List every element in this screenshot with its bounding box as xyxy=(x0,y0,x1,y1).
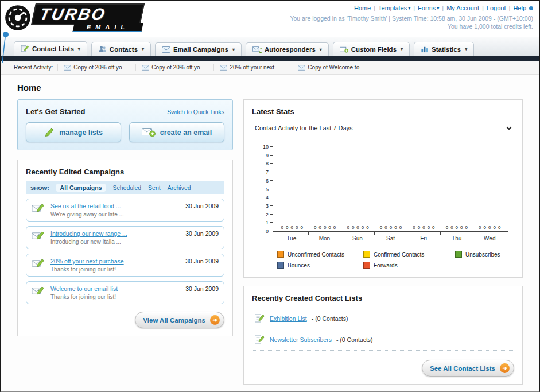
latest-stats-panel: Latest Stats Contact Activity for the La… xyxy=(243,99,523,278)
chart-value-label: 0 xyxy=(380,226,382,230)
link-separator: | xyxy=(374,5,375,11)
nav-tab-contacts[interactable]: Contacts ▾ xyxy=(91,42,151,56)
page-title: Home xyxy=(17,83,523,92)
chart-value-label: 0 xyxy=(432,226,434,230)
nav-tab-label: Email Campaigns xyxy=(173,46,228,53)
y-axis-label: 9 xyxy=(258,153,269,158)
recent-activity-item[interactable]: Copy of 20% off yo xyxy=(57,64,135,71)
y-axis-label: 6 xyxy=(258,178,269,183)
y-axis-label: 1 xyxy=(258,220,269,226)
campaign-subtitle: We're giving away our late ... xyxy=(50,211,180,218)
campaign-title-link[interactable]: Introducing our new range ... xyxy=(50,230,180,237)
chart-value-label: 0 xyxy=(428,226,430,230)
custom-fields-icon xyxy=(340,45,348,53)
view-all-campaigns-button[interactable]: View All Campaigns ➜ xyxy=(135,312,224,328)
chart-x-axis: TueMonSunSatFriThuWed xyxy=(273,234,508,242)
campaign-title-link[interactable]: See us at the retail food ... xyxy=(50,203,180,209)
nav-divider-bar xyxy=(1,56,539,61)
chart-value-label: 0 xyxy=(413,226,415,230)
campaign-row[interactable]: Introducing our new range ... Introducin… xyxy=(26,226,224,249)
logo-subtitle: EMAIL xyxy=(72,23,143,32)
nav-tab-label: Contact Lists xyxy=(32,45,74,52)
link-separator: | xyxy=(442,5,444,11)
stats-period-select[interactable]: Contact Activity for the Last 7 Days xyxy=(252,122,514,134)
campaign-title-link[interactable]: 20% off your next purchase xyxy=(50,258,180,265)
legend-swatch xyxy=(363,251,370,258)
chart-value-label: 0 xyxy=(356,226,359,230)
header-right: Home| Templates▾| Forms▾| My Account| Lo… xyxy=(290,3,533,30)
nav-tab-statistics[interactable]: Statistics ▾ xyxy=(414,42,474,56)
header-link-home[interactable]: Home xyxy=(354,5,371,11)
chevron-down-icon: ▾ xyxy=(78,46,80,52)
stats-panel-title: Latest Stats xyxy=(252,107,514,116)
header-link-help[interactable]: Help xyxy=(513,5,526,11)
switch-quick-links-link[interactable]: Switch to Quick Links xyxy=(167,108,224,115)
y-axis-label: 2 xyxy=(258,212,269,217)
recent-activity-text: Copy of 20% off yo xyxy=(151,64,208,71)
campaign-row[interactable]: Welcome to our email list Thanks for joi… xyxy=(26,281,224,304)
filter-tab-scheduled[interactable]: Scheduled xyxy=(112,184,141,191)
contact-activity-chart: 0123456789100000000000000000000000000000… xyxy=(273,147,508,242)
recent-activity-text: 20% off your next xyxy=(230,64,286,71)
nav-tab-autoresponders[interactable]: Autoresponders ▾ xyxy=(246,42,329,56)
nav-tab-contact-lists[interactable]: Contact Lists ▾ xyxy=(14,41,87,56)
header-link-forms[interactable]: Forms xyxy=(418,5,436,11)
get-started-title: Let's Get Started xyxy=(26,107,86,116)
y-axis-label: 4 xyxy=(258,195,269,200)
campaign-row[interactable]: See us at the retail food ... We're givi… xyxy=(26,199,224,222)
campaign-row[interactable]: 20% off your next purchase Thanks for jo… xyxy=(26,254,224,277)
campaign-title-link[interactable]: Welcome to our email list xyxy=(50,285,180,292)
nav-tab-label: Statistics xyxy=(432,46,461,53)
contact-list-count: - (0 Contacts) xyxy=(312,315,348,322)
y-axis-label: 0 xyxy=(258,229,269,234)
chart-value-label: 0 xyxy=(366,226,368,230)
filter-tab-archived[interactable]: Archived xyxy=(168,184,191,191)
legend-item: Unconfirmed Contacts xyxy=(277,251,363,258)
header-links: Home| Templates▾| Forms▾| My Account| Lo… xyxy=(290,5,533,11)
legend-swatch xyxy=(277,251,284,258)
chevron-down-icon: ▾ xyxy=(465,46,467,52)
arrow-right-icon: ➜ xyxy=(210,315,220,325)
campaign-subtitle: Thanks for joining our list! xyxy=(50,294,180,300)
link-separator: | xyxy=(482,5,484,11)
nav-tab-custom-fields[interactable]: Custom Fields ▾ xyxy=(333,42,410,56)
main-content: Home Let's Get Started Switch to Quick L… xyxy=(1,75,539,385)
recent-activity-bar: Recent Activity: Copy of 20% off yo Copy… xyxy=(1,61,539,75)
create-email-button[interactable]: create an email xyxy=(129,122,224,142)
contact-list-count: - (0 Contacts) xyxy=(336,336,373,343)
chart-plot: 0123456789100000000000000000000000000000… xyxy=(273,147,508,232)
legend-label: Unconfirmed Contacts xyxy=(288,251,344,258)
chart-value-label: 0 xyxy=(300,226,302,230)
chart-value-label: 0 xyxy=(479,226,481,230)
header-link-templates[interactable]: Templates xyxy=(378,5,407,11)
chart-day-group: 00000 xyxy=(440,226,473,231)
filter-tab-sent[interactable]: Sent xyxy=(148,184,161,191)
legend-item: Forwards xyxy=(363,262,455,269)
notification-dot xyxy=(529,6,533,10)
chart-value-label: 0 xyxy=(493,226,495,230)
campaign-subtitle: Thanks for joining our list! xyxy=(50,266,180,273)
nav-tab-email-campaigns[interactable]: Email Campaigns ▾ xyxy=(155,42,242,56)
campaign-date: 30 Jun 2009 xyxy=(185,230,219,237)
recent-activity-item[interactable]: Copy of 20% off yo xyxy=(135,64,213,71)
see-all-contact-lists-button[interactable]: See All Contact Lists ➜ xyxy=(422,360,514,377)
contact-list-row[interactable]: Newsletter Subscribers - (0 Contacts) xyxy=(252,329,514,351)
contact-list-link[interactable]: Newsletter Subscribers xyxy=(270,336,332,343)
chevron-down-icon: ▾ xyxy=(408,6,410,11)
header-link-my-account[interactable]: My Account xyxy=(446,5,479,11)
contact-list-link[interactable]: Exhibition List xyxy=(270,315,307,322)
header-link-logout[interactable]: Logout xyxy=(487,5,506,11)
x-axis-label: Tue xyxy=(275,234,308,242)
campaign-filter-bar: SHOW: All Campaigns Scheduled Sent Archi… xyxy=(26,181,224,194)
filter-tab-all-campaigns[interactable]: All Campaigns xyxy=(56,184,106,192)
chart-value-label: 0 xyxy=(390,226,392,230)
chart-value-label: 0 xyxy=(465,226,468,230)
chart-value-label: 0 xyxy=(460,226,463,230)
recent-activity-item[interactable]: 20% off your next xyxy=(213,64,292,71)
chart-value-label: 0 xyxy=(418,226,420,230)
chevron-down-icon: ▾ xyxy=(142,46,144,52)
legend-item: Bounces xyxy=(277,262,363,269)
manage-lists-button[interactable]: manage lists xyxy=(26,122,121,142)
recent-activity-item[interactable]: Copy of Welcome to xyxy=(292,64,370,71)
contact-list-row[interactable]: Exhibition List - (0 Contacts) xyxy=(252,308,514,329)
